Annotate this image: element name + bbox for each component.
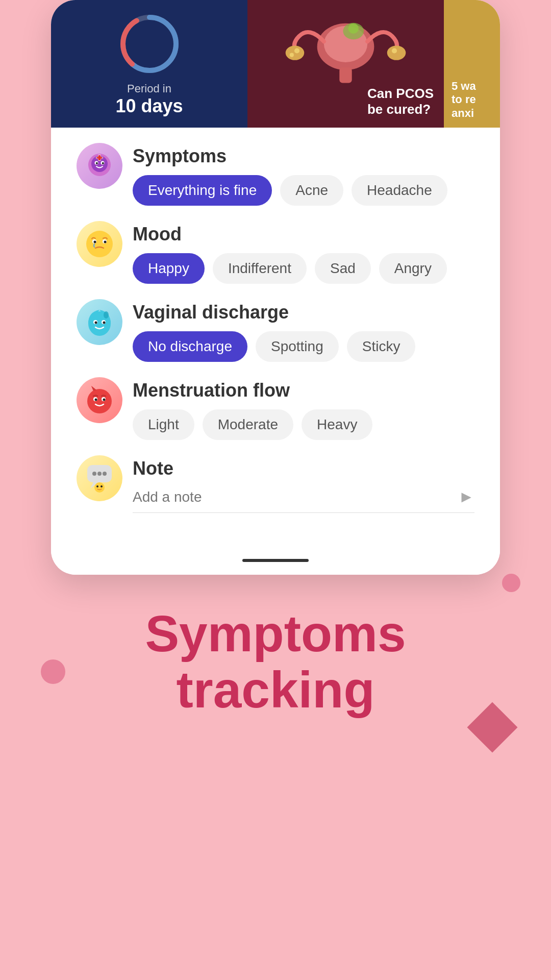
bg-decoration-dot-2 <box>502 574 520 592</box>
svg-point-25 <box>94 241 96 243</box>
content-area: Symptoms Everything is fine Acne Headach… <box>51 128 500 549</box>
tag-no-discharge[interactable]: No discharge <box>133 331 247 362</box>
period-days: 10 days <box>115 95 183 117</box>
handle-bar <box>242 559 309 562</box>
bottom-heading-line1: Symptoms <box>71 605 480 662</box>
discharge-tags: No discharge Spotting Sticky <box>133 331 474 362</box>
svg-point-6 <box>387 45 406 60</box>
note-input-row: ► <box>133 487 474 513</box>
bottom-handle-area <box>51 549 500 575</box>
svg-point-8 <box>290 53 294 57</box>
discharge-content: Vaginal discharge No discharge Spotting … <box>133 299 474 362</box>
symptoms-section: Symptoms Everything is fine Acne Headach… <box>77 143 474 206</box>
svg-point-17 <box>96 162 98 164</box>
flow-content: Menstruation flow Light Moderate Heavy <box>133 377 474 440</box>
period-card[interactable]: Period in 10 days <box>51 0 247 128</box>
tag-spotting[interactable]: Spotting <box>256 331 339 362</box>
svg-point-43 <box>92 472 96 476</box>
tag-headache[interactable]: Headache <box>352 175 447 206</box>
svg-point-44 <box>97 472 102 476</box>
pcos-illustration <box>247 0 444 83</box>
svg-point-40 <box>103 399 106 401</box>
tag-sticky[interactable]: Sticky <box>347 331 416 362</box>
svg-point-34 <box>87 389 112 413</box>
symptoms-tags: Everything is fine Acne Headache <box>133 175 474 206</box>
svg-point-48 <box>101 485 103 487</box>
tag-moderate[interactable]: Moderate <box>203 409 293 440</box>
svg-marker-36 <box>91 386 96 391</box>
discharge-title: Vaginal discharge <box>133 302 474 323</box>
svg-rect-10 <box>339 67 352 83</box>
mood-title: Mood <box>133 224 474 245</box>
svg-rect-22 <box>96 157 103 159</box>
tag-light[interactable]: Light <box>133 409 194 440</box>
mood-content: Mood Happy Indifferent Sad Angry <box>133 221 474 284</box>
period-ring <box>116 11 183 77</box>
mood-tags: Happy Indifferent Sad Angry <box>133 253 474 284</box>
flow-icon <box>77 377 122 423</box>
discharge-section: Vaginal discharge No discharge Spotting … <box>77 299 474 362</box>
svg-point-5 <box>286 45 305 60</box>
phone-card: Period in 10 days <box>51 0 500 575</box>
mood-icon <box>77 221 122 267</box>
bottom-heading-line2: tracking <box>71 662 480 718</box>
note-title: Note <box>133 458 474 479</box>
cards-row: Period in 10 days <box>51 0 500 128</box>
flow-section: Menstruation flow Light Moderate Heavy <box>77 377 474 440</box>
flow-tags: Light Moderate Heavy <box>133 409 474 440</box>
period-label: Period in <box>127 82 171 95</box>
pcos-card[interactable]: Can PCOS be cured? <box>247 0 444 128</box>
tag-angry[interactable]: Angry <box>379 253 447 284</box>
note-section: Note ► <box>77 455 474 513</box>
discharge-icon <box>77 299 122 345</box>
note-input[interactable] <box>133 489 458 505</box>
svg-point-47 <box>96 485 98 487</box>
svg-point-46 <box>94 482 105 493</box>
symptoms-icon <box>77 143 122 189</box>
svg-point-39 <box>95 399 97 401</box>
svg-point-7 <box>294 48 299 53</box>
svg-point-45 <box>103 472 107 476</box>
tag-indifferent[interactable]: Indifferent <box>213 253 307 284</box>
symptoms-title: Symptoms <box>133 145 474 167</box>
svg-point-33 <box>104 311 109 318</box>
bottom-text-area: Symptoms tracking <box>51 575 500 758</box>
anxiety-card[interactable]: 5 wa to re anxi <box>444 0 500 128</box>
mood-section: Mood Happy Indifferent Sad Angry <box>77 221 474 284</box>
tag-heavy[interactable]: Heavy <box>302 409 372 440</box>
note-content: Note ► <box>133 455 474 513</box>
note-send-button[interactable]: ► <box>458 487 474 506</box>
bg-decoration-dot-1 <box>41 659 65 684</box>
svg-point-18 <box>102 162 104 164</box>
tag-sad[interactable]: Sad <box>315 253 371 284</box>
svg-point-23 <box>86 231 113 257</box>
svg-point-32 <box>103 322 106 324</box>
svg-point-27 <box>104 241 107 243</box>
svg-point-12 <box>348 23 359 34</box>
anxiety-text: 5 wa to re anxi <box>452 80 476 120</box>
note-icon <box>77 455 122 501</box>
tag-everything-fine[interactable]: Everything is fine <box>133 175 272 206</box>
svg-point-9 <box>392 48 397 53</box>
svg-point-31 <box>95 322 97 324</box>
tag-acne[interactable]: Acne <box>280 175 343 206</box>
pcos-text: Can PCOS be cured? <box>367 86 434 117</box>
symptoms-content: Symptoms Everything is fine Acne Headach… <box>133 143 474 206</box>
flow-title: Menstruation flow <box>133 380 474 401</box>
tag-happy[interactable]: Happy <box>133 253 205 284</box>
